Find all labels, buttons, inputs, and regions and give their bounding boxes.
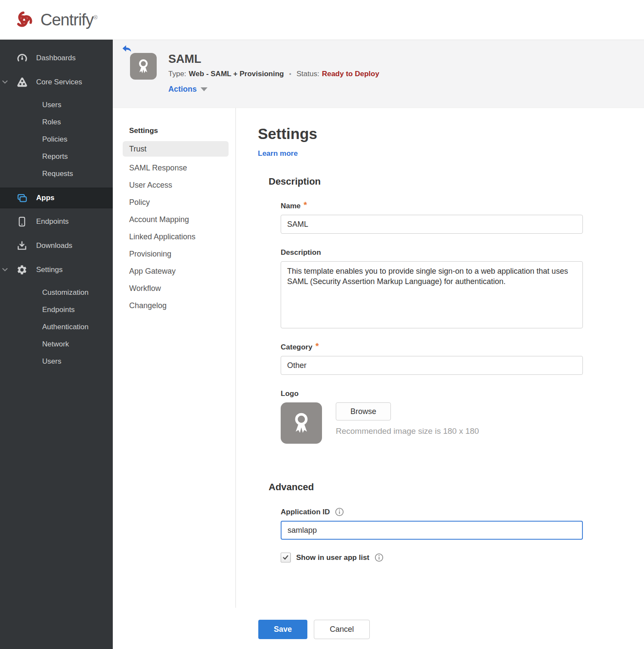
- registered-mark: ®: [93, 14, 97, 21]
- subnav-item-linked-applications[interactable]: Linked Applications: [113, 228, 235, 245]
- show-in-user-app-list-label: Show in user app list: [296, 553, 369, 562]
- back-arrow-icon[interactable]: [121, 43, 132, 54]
- subnav-item-saml-response[interactable]: SAML Response: [113, 159, 235, 176]
- actions-label: Actions: [168, 85, 197, 94]
- logo-preview: [281, 402, 322, 444]
- sidebar-item-label: Core Services: [36, 78, 82, 87]
- actions-dropdown[interactable]: Actions: [168, 85, 379, 94]
- description-section-heading: Description: [269, 176, 644, 187]
- tablet-icon: [15, 216, 28, 227]
- sidebar-item-policies[interactable]: Policies: [0, 131, 113, 148]
- ribbon-icon: [133, 56, 153, 76]
- sidebar-item-settings[interactable]: Settings: [0, 260, 113, 280]
- subnav-item-app-gateway[interactable]: App Gateway: [113, 263, 235, 280]
- sidebar-item-network[interactable]: Network: [0, 336, 113, 353]
- app-logo-thumbnail: [130, 53, 157, 80]
- subnav-item-policy[interactable]: Policy: [113, 194, 235, 211]
- type-value: Web - SAML + Provisioning: [189, 70, 284, 78]
- status-badge: Ready to Deploy: [322, 70, 379, 78]
- subnav-item-workflow[interactable]: Workflow: [113, 280, 235, 297]
- application-id-input[interactable]: [281, 521, 583, 540]
- sidebar-item-roles[interactable]: Roles: [0, 114, 113, 131]
- cancel-button[interactable]: Cancel: [314, 620, 370, 639]
- status-label: Status:: [297, 70, 319, 78]
- sidebar-item-apps[interactable]: Apps: [0, 188, 113, 208]
- sidebar-item-customization[interactable]: Customization: [0, 284, 113, 301]
- settings-subitems: Customization Endpoints Authentication N…: [0, 284, 113, 370]
- subnav-item-account-mapping[interactable]: Account Mapping: [113, 211, 235, 228]
- browse-button[interactable]: Browse: [336, 402, 391, 420]
- sidebar-item-reports[interactable]: Reports: [0, 148, 113, 165]
- sidebar-item-label: Settings: [36, 266, 62, 274]
- centrify-logo: Centrify®: [13, 9, 97, 31]
- settings-subnav: Settings Trust SAML Response User Access…: [113, 108, 236, 608]
- subnav-item-provisioning[interactable]: Provisioning: [113, 245, 235, 263]
- download-icon: [15, 240, 28, 251]
- form-title: Settings: [258, 125, 644, 142]
- sidebar-item-core-services[interactable]: Core Services: [0, 72, 113, 92]
- description-label: Description: [281, 248, 644, 257]
- name-input[interactable]: [281, 215, 583, 234]
- subnav-item-changelog[interactable]: Changelog: [113, 297, 235, 314]
- app-header: SAML Type: Web - SAML + Provisioning • S…: [113, 40, 644, 108]
- learn-more-link[interactable]: Learn more: [258, 149, 298, 158]
- ribbon-icon: [287, 409, 316, 437]
- application-id-label: Application ID: [281, 507, 644, 516]
- sidebar-item-authentication[interactable]: Authentication: [0, 318, 113, 336]
- sidebar-item-label: Endpoints: [36, 217, 69, 226]
- advanced-section-heading: Advanced: [269, 482, 644, 493]
- sidebar-item-dashboards[interactable]: Dashboards: [0, 48, 113, 68]
- sidebar-item-label: Dashboards: [36, 54, 76, 62]
- category-label: Category *: [281, 343, 644, 352]
- name-label: Name *: [281, 202, 644, 210]
- app-meta: Type: Web - SAML + Provisioning • Status…: [168, 70, 379, 78]
- sidebar-item-endpoints-settings[interactable]: Endpoints: [0, 301, 113, 318]
- centrify-swirl-icon: [13, 9, 35, 31]
- subnav-item-trust[interactable]: Trust: [123, 141, 229, 157]
- show-in-user-app-list-row: Show in user app list: [281, 553, 644, 562]
- logo-label: Logo: [281, 389, 644, 398]
- sidebar: Dashboards Core Services Users Roles Pol…: [0, 40, 113, 649]
- core-services-subitems: Users Roles Policies Reports Requests: [0, 96, 113, 182]
- required-asterisk: *: [316, 342, 319, 350]
- logo-size-hint: Recommended image size is 180 x 180: [336, 426, 479, 436]
- top-bar: Centrify®: [0, 0, 644, 40]
- category-input[interactable]: [281, 356, 583, 375]
- page-title: SAML: [168, 53, 379, 66]
- meta-separator: •: [289, 70, 291, 77]
- sidebar-item-endpoints[interactable]: Endpoints: [0, 212, 113, 232]
- sidebar-item-users[interactable]: Users: [0, 96, 113, 114]
- form-actions: Save Cancel: [258, 620, 644, 649]
- gear-icon: [15, 264, 28, 275]
- brand-name: Centrify®: [40, 11, 97, 29]
- apps-icon: [15, 192, 28, 204]
- save-button[interactable]: Save: [258, 620, 307, 639]
- checkmark-icon: [283, 555, 288, 560]
- sidebar-item-requests[interactable]: Requests: [0, 165, 113, 182]
- info-icon[interactable]: [375, 553, 384, 562]
- chevron-down-icon[interactable]: [2, 268, 8, 272]
- description-textarea[interactable]: [281, 261, 583, 328]
- info-icon[interactable]: [335, 507, 344, 516]
- subnav-heading: Settings: [129, 127, 235, 135]
- caret-down-icon: [201, 87, 207, 91]
- show-in-user-app-list-checkbox[interactable]: [281, 553, 291, 562]
- required-asterisk: *: [303, 201, 307, 209]
- type-label: Type:: [168, 70, 186, 78]
- sidebar-item-label: Downloads: [36, 241, 72, 250]
- sidebar-item-downloads[interactable]: Downloads: [0, 236, 113, 256]
- gauge-icon: [15, 53, 28, 64]
- core-services-icon: [15, 77, 28, 88]
- settings-form: Settings Learn more Description Name * D…: [236, 108, 644, 608]
- chevron-down-icon[interactable]: [2, 80, 8, 84]
- sidebar-item-users-settings[interactable]: Users: [0, 353, 113, 370]
- subnav-item-user-access[interactable]: User Access: [113, 176, 235, 194]
- sidebar-item-label: Apps: [36, 194, 55, 202]
